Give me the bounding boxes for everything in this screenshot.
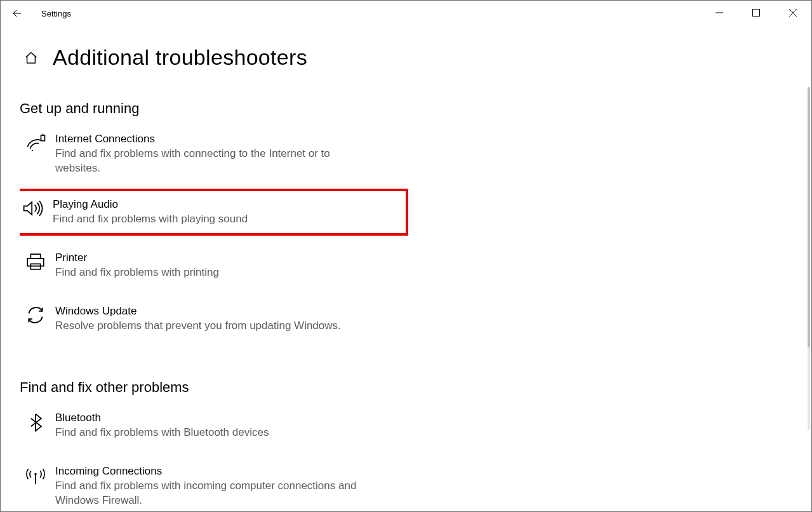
wifi-icon <box>23 132 48 152</box>
sync-icon <box>23 304 48 325</box>
svg-rect-7 <box>30 254 40 259</box>
troubleshooter-bluetooth[interactable]: Bluetooth Find and fix problems with Blu… <box>20 402 413 449</box>
scrollbar-thumb[interactable] <box>808 87 810 347</box>
page-header: Additional troubleshooters <box>20 36 804 70</box>
speaker-icon <box>21 198 45 218</box>
troubleshooter-playing-audio[interactable]: Playing Audio Find and fix problems with… <box>20 189 408 236</box>
item-title: Playing Audio <box>53 198 248 212</box>
back-arrow-icon <box>11 8 23 19</box>
titlebar: Settings <box>1 1 811 26</box>
item-title: Windows Update <box>55 304 341 318</box>
app-title: Settings <box>34 9 71 18</box>
window-controls <box>701 1 811 26</box>
troubleshooter-text: Bluetooth Find and fix problems with Blu… <box>48 411 269 440</box>
close-button[interactable] <box>775 1 811 25</box>
svg-rect-8 <box>27 259 44 266</box>
troubleshooter-windows-update[interactable]: Windows Update Resolve problems that pre… <box>20 295 413 342</box>
minimize-icon <box>715 9 723 17</box>
svg-rect-5 <box>41 135 45 141</box>
settings-window: Settings Additional troubleshooters <box>0 0 812 512</box>
item-desc: Find and fix problems with connecting to… <box>55 147 378 176</box>
maximize-button[interactable] <box>738 1 775 25</box>
scrollbar-track[interactable] <box>808 87 810 430</box>
section-other-problems: Find and fix other problems <box>20 379 804 396</box>
home-button[interactable] <box>23 50 39 65</box>
svg-point-4 <box>32 150 33 151</box>
bluetooth-icon <box>23 411 48 433</box>
troubleshooter-text: Windows Update Resolve problems that pre… <box>48 304 341 333</box>
troubleshooter-text: Printer Find and fix problems with print… <box>48 251 219 280</box>
maximize-icon <box>752 9 760 17</box>
titlebar-left: Settings <box>1 1 71 26</box>
content-area: Additional troubleshooters Get up and ru… <box>20 36 804 511</box>
home-icon <box>24 51 38 65</box>
section-get-running: Get up and running <box>20 100 804 117</box>
printer-icon <box>23 251 48 271</box>
minimize-button[interactable] <box>701 1 738 25</box>
item-title: Printer <box>55 251 219 265</box>
troubleshooter-text: Incoming Connections Find and fix proble… <box>48 464 378 508</box>
item-title: Bluetooth <box>55 411 269 425</box>
troubleshooter-text: Playing Audio Find and fix problems with… <box>45 198 248 227</box>
troubleshooter-internet[interactable]: Internet Connections Find and fix proble… <box>20 123 413 185</box>
item-desc: Resolve problems that prevent you from u… <box>55 319 341 333</box>
back-button[interactable] <box>1 1 34 26</box>
item-title: Internet Connections <box>55 132 378 146</box>
item-title: Incoming Connections <box>55 464 378 478</box>
item-desc: Find and fix problems with playing sound <box>53 212 248 227</box>
close-icon <box>789 9 797 17</box>
svg-point-10 <box>34 473 37 476</box>
page-title: Additional troubleshooters <box>53 45 307 70</box>
troubleshooter-printer[interactable]: Printer Find and fix problems with print… <box>20 242 413 289</box>
troubleshooter-text: Internet Connections Find and fix proble… <box>48 132 378 176</box>
svg-rect-1 <box>753 10 760 17</box>
item-desc: Find and fix problems with printing <box>55 266 219 280</box>
troubleshooter-incoming-connections[interactable]: Incoming Connections Find and fix proble… <box>20 455 413 511</box>
antenna-icon <box>23 464 48 486</box>
item-desc: Find and fix problems with incoming comp… <box>55 479 378 508</box>
item-desc: Find and fix problems with Bluetooth dev… <box>55 426 269 440</box>
